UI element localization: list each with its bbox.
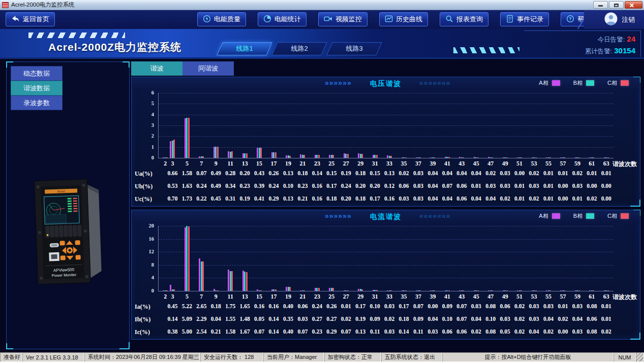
table-cell: 0.05 bbox=[497, 328, 513, 335]
table-cell: 0.04 bbox=[208, 316, 224, 322]
legend-label: C相 bbox=[607, 79, 617, 87]
gridline bbox=[158, 93, 614, 93]
x-axis-tick: 31 bbox=[370, 293, 381, 301]
bar-C相-h41 bbox=[448, 157, 450, 158]
table-cell: 0.00 bbox=[555, 195, 571, 202]
bar-C相-h3 bbox=[173, 289, 175, 291]
x-axis-tick: 15 bbox=[254, 160, 265, 168]
maximize-button[interactable] bbox=[609, 1, 624, 9]
table-cell: 0.07 bbox=[453, 303, 470, 309]
table-cell: 0.16 bbox=[309, 183, 325, 189]
nav-button-视频监控[interactable]: 视频监控 bbox=[318, 12, 367, 26]
x-axis-tick: 27 bbox=[341, 293, 352, 301]
main-content: 稳态数据谐波数据录波参数 AcrelAPView500Power Moniter… bbox=[0, 58, 644, 352]
table-cell: 0.03 bbox=[396, 195, 412, 202]
table-row-Ic(%): Ic(%)0.385.002.540.211.581.670.070.140.4… bbox=[132, 326, 640, 339]
line-tab-label: 线路1 bbox=[220, 43, 269, 55]
table-cell: 0.23 bbox=[309, 328, 325, 335]
table-cell: 0.02 bbox=[511, 316, 528, 322]
line-tab-线路1[interactable]: 线路1 bbox=[217, 42, 272, 55]
home-button[interactable]: 返回首页 bbox=[6, 12, 55, 26]
table-row-Ub(%): Ub(%)0.531.630.240.490.340.230.390.240.1… bbox=[132, 181, 640, 193]
logout-area[interactable]: 注销 bbox=[584, 10, 644, 29]
table-cell: 0.06 bbox=[439, 328, 455, 335]
gridline bbox=[158, 265, 614, 266]
table-cell: 0.02 bbox=[569, 170, 586, 176]
sidebar-item-稳态数据[interactable]: 稳态数据 bbox=[11, 66, 63, 81]
report-search-icon bbox=[445, 15, 453, 24]
table-row-Uc(%): Uc(%)0.701.730.220.450.310.190.410.290.1… bbox=[132, 193, 640, 206]
x-axis-tick: 57 bbox=[557, 293, 568, 301]
table-cell: 0.09 bbox=[367, 316, 383, 322]
current-panel-header: »»»»»» 电流谐波 ««««««« A相B相C相 bbox=[132, 210, 640, 223]
legend-item-B相: B相 bbox=[573, 212, 594, 220]
line-tab-线路2[interactable]: 线路2 bbox=[271, 42, 327, 55]
nav-button-事件记录[interactable]: 事件记录 bbox=[500, 12, 549, 26]
status-bar: 准备好Ver 2.3.1 LEG 3.3.18系统时间：2023年06月28日 … bbox=[0, 352, 644, 362]
x-axis-tick: 13 bbox=[239, 293, 251, 301]
table-cell: 0.29 bbox=[323, 328, 340, 335]
table-cell: 0.49 bbox=[208, 170, 224, 176]
close-button[interactable] bbox=[625, 1, 642, 9]
table-cell: 0.07 bbox=[338, 328, 354, 335]
current-harmonics-chart: 0481216202357911131517192123252729313335… bbox=[132, 223, 640, 300]
bar-C相-h55 bbox=[549, 290, 551, 291]
table-cell: 0.10 bbox=[367, 303, 383, 309]
device-photo: AcrelAPView500Power Moniter bbox=[26, 175, 112, 291]
legend-swatch bbox=[621, 80, 629, 86]
system-title: Acrel-2000Z电力监控系统 bbox=[48, 40, 181, 54]
table-cell: 0.08 bbox=[584, 328, 600, 335]
tab-间谐波[interactable]: 间谐波 bbox=[182, 61, 234, 76]
nav-button-历史曲线[interactable]: 历史曲线 bbox=[379, 12, 428, 26]
bar-C相-h59 bbox=[578, 290, 580, 291]
bar-C相-h9 bbox=[217, 147, 219, 158]
x-axis-title: 谐波次数 bbox=[612, 293, 639, 302]
table-cell: 0.09 bbox=[410, 316, 426, 322]
nav-button-电能质量[interactable]: 电能质量 bbox=[197, 12, 246, 26]
sidebar-item-录波参数[interactable]: 录波参数 bbox=[11, 95, 63, 110]
legend-swatch bbox=[621, 213, 629, 219]
current-harmonics-panel: »»»»»» 电流谐波 ««««««« A相B相C相 0481216202357… bbox=[131, 210, 640, 340]
nav-button-group: 电能质量电能统计视频监控历史曲线报表查询事件记录?帮助文档 bbox=[197, 12, 609, 26]
table-cell: 0.19 bbox=[352, 316, 369, 322]
x-axis-tick: 21 bbox=[297, 293, 308, 301]
bar-C相-h15 bbox=[260, 290, 262, 291]
table-cell: 0.20 bbox=[338, 195, 354, 202]
table-cell: 0.04 bbox=[468, 316, 484, 322]
minimize-button[interactable] bbox=[593, 1, 608, 9]
x-axis-tick: 5 bbox=[181, 160, 193, 168]
bar-C相-h21 bbox=[303, 290, 305, 291]
table-cell: 0.16 bbox=[266, 303, 282, 309]
table-cell: 0.19 bbox=[338, 170, 354, 176]
y-axis-tick: 4 bbox=[134, 275, 154, 280]
bar-C相-h43 bbox=[463, 157, 464, 158]
table-cell: 0.18 bbox=[352, 195, 369, 202]
bar-C相-h61 bbox=[593, 290, 594, 291]
x-axis-tick: 37 bbox=[413, 160, 424, 168]
bar-C相-h63 bbox=[607, 157, 609, 158]
table-cell: 0.14 bbox=[266, 328, 282, 335]
table-cell: 0.04 bbox=[540, 316, 557, 322]
table-cell: 0.18 bbox=[396, 316, 412, 322]
x-axis-tick: 11 bbox=[225, 293, 236, 301]
nav-button-电能统计[interactable]: 电能统计 bbox=[258, 12, 306, 26]
table-cell: 0.12 bbox=[381, 183, 397, 189]
chevrons-left-icon: ««««««« bbox=[419, 212, 451, 220]
bar-C相-h39 bbox=[434, 157, 435, 158]
sidebar-item-谐波数据[interactable]: 谐波数据 bbox=[11, 81, 63, 95]
table-cell: 0.14 bbox=[396, 328, 412, 335]
x-axis-tick: 33 bbox=[384, 293, 395, 301]
table-cell: 0.24 bbox=[266, 183, 282, 189]
gridline bbox=[158, 252, 614, 252]
y-axis-tick: 3 bbox=[134, 122, 154, 128]
x-axis-tick: 53 bbox=[529, 160, 540, 168]
video-monitor-icon bbox=[324, 15, 332, 24]
legend-swatch bbox=[586, 80, 594, 86]
tab-谐波[interactable]: 谐波 bbox=[131, 61, 182, 76]
line-tab-线路3[interactable]: 线路3 bbox=[326, 42, 382, 55]
status-segment: 系统时间：2023年06月28日 09:16:39 星期三 bbox=[84, 352, 200, 362]
help-doc-icon: ? bbox=[566, 15, 574, 24]
nav-button-报表查询[interactable]: 报表查询 bbox=[440, 12, 488, 26]
table-cell: 0.70 bbox=[164, 195, 180, 202]
table-cell: 0.18 bbox=[352, 170, 369, 176]
